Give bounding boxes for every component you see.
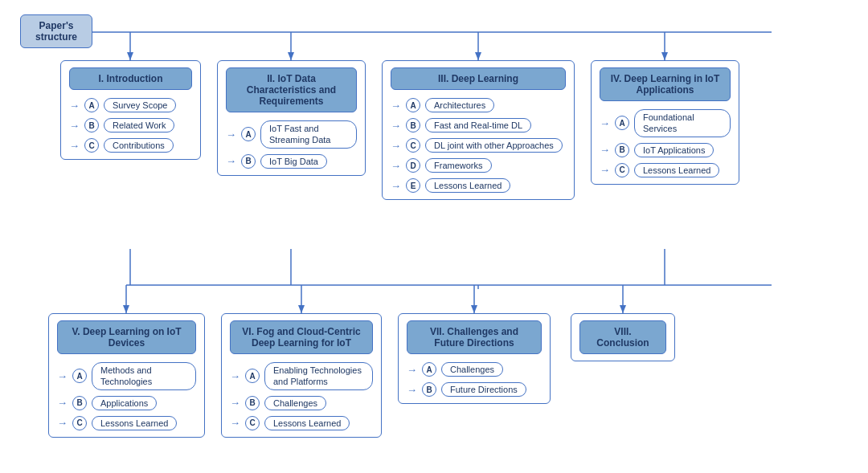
list-item: → C Lessons Learned bbox=[600, 163, 731, 177]
item-label: IoT Applications bbox=[634, 143, 714, 157]
item-label: Related Work bbox=[104, 118, 174, 133]
item-label: Lessons Learned bbox=[92, 416, 177, 430]
arrow-icon: → bbox=[69, 140, 80, 152]
item-label: Future Directions bbox=[441, 382, 526, 397]
item-label: IoT Big Data bbox=[260, 154, 327, 169]
arrow-icon: → bbox=[407, 384, 417, 396]
section-dl-iot-header: IV. Deep Learning in IoT Applications bbox=[600, 67, 731, 101]
arrow-icon: → bbox=[230, 397, 240, 409]
list-item: → A Methods and Technologies bbox=[57, 362, 196, 390]
badge-a: A bbox=[422, 362, 436, 377]
section-fog-cloud: VI. Fog and Cloud-Centric Deep Learning … bbox=[221, 313, 382, 438]
list-item: → B IoT Big Data bbox=[226, 154, 357, 169]
arrow-icon: → bbox=[226, 128, 236, 141]
section-iot-data: II. IoT Data Characteristics and Require… bbox=[217, 60, 366, 176]
badge-b: B bbox=[245, 396, 260, 410]
badge-c: C bbox=[406, 138, 420, 153]
item-label: Lessons Learned bbox=[425, 178, 510, 193]
section-dl-devices: V. Deep Learning on IoT Devices → A Meth… bbox=[48, 313, 205, 438]
badge-b: B bbox=[422, 382, 436, 397]
section-deep-learning: III. Deep Learning → A Architectures → B… bbox=[382, 60, 575, 200]
arrow-icon: → bbox=[226, 155, 236, 167]
list-item: → C Contributions bbox=[69, 138, 192, 153]
list-item: → B Related Work bbox=[69, 118, 192, 133]
svg-marker-17 bbox=[661, 52, 668, 60]
badge-a: A bbox=[406, 98, 420, 112]
arrow-icon: → bbox=[69, 100, 80, 112]
badge-c: C bbox=[72, 416, 87, 430]
arrow-icon: → bbox=[407, 364, 417, 376]
papers-structure-label: Paper's structure bbox=[35, 20, 77, 43]
section-dl-header: III. Deep Learning bbox=[391, 67, 566, 90]
item-label: Survey Scope bbox=[104, 98, 176, 112]
intro-items: → A Survey Scope → B Related Work → C Co… bbox=[69, 98, 192, 153]
badge-b: B bbox=[84, 118, 99, 133]
arrow-icon: → bbox=[600, 117, 610, 129]
list-item: → A Architectures bbox=[391, 98, 566, 112]
item-label: Challenges bbox=[264, 396, 326, 410]
list-item: → C DL joint with other Approaches bbox=[391, 138, 566, 153]
dl-items: → A Architectures → B Fast and Real-time… bbox=[391, 98, 566, 193]
item-label: Frameworks bbox=[425, 158, 492, 173]
papers-structure-box: Paper's structure bbox=[20, 14, 92, 48]
item-label: Fast and Real-time DL bbox=[425, 118, 531, 133]
badge-a: A bbox=[241, 127, 256, 141]
list-item: → D Frameworks bbox=[391, 158, 566, 173]
badge-a: A bbox=[615, 116, 629, 130]
svg-marker-21 bbox=[620, 305, 626, 313]
arrow-icon: → bbox=[391, 120, 401, 132]
badge-a: A bbox=[245, 369, 260, 383]
list-item: → B Challenges bbox=[230, 396, 373, 410]
arrow-icon: → bbox=[391, 180, 401, 192]
item-label: Challenges bbox=[441, 362, 503, 377]
item-label: DL joint with other Approaches bbox=[425, 138, 563, 153]
badge-c: C bbox=[245, 416, 260, 430]
badge-c: C bbox=[615, 163, 629, 177]
arrow-icon: → bbox=[230, 370, 240, 382]
arrow-icon: → bbox=[230, 417, 240, 429]
list-item: → B IoT Applications bbox=[600, 143, 731, 157]
list-item: → A Foundational Services bbox=[600, 109, 731, 137]
item-label: IoT Fast and Streaming Data bbox=[260, 120, 357, 149]
section-challenges: VII. Challenges and Future Directions → … bbox=[398, 313, 551, 404]
list-item: → C Lessons Learned bbox=[57, 416, 196, 430]
badge-d: D bbox=[406, 158, 420, 173]
svg-marker-16 bbox=[475, 52, 481, 60]
arrow-icon: → bbox=[391, 160, 401, 172]
badge-b: B bbox=[406, 118, 420, 133]
badge-b: B bbox=[72, 396, 87, 410]
list-item: → E Lessons Learned bbox=[391, 178, 566, 193]
list-item: → B Future Directions bbox=[407, 382, 542, 397]
svg-marker-19 bbox=[298, 305, 305, 313]
arrow-icon: → bbox=[57, 397, 68, 409]
badge-a: A bbox=[84, 98, 99, 112]
arrow-icon: → bbox=[57, 417, 68, 429]
section-dl-iot: IV. Deep Learning in IoT Applications → … bbox=[591, 60, 739, 185]
badge-b: B bbox=[615, 143, 629, 157]
section-iot-data-header: II. IoT Data Characteristics and Require… bbox=[226, 67, 357, 112]
item-label: Methods and Technologies bbox=[92, 362, 196, 390]
list-item: → A IoT Fast and Streaming Data bbox=[226, 120, 357, 149]
arrow-icon: → bbox=[600, 144, 610, 156]
fog-cloud-items: → A Enabling Technologies and Platforms … bbox=[230, 362, 373, 430]
dl-iot-items: → A Foundational Services → B IoT Applic… bbox=[600, 109, 731, 177]
item-label: Lessons Learned bbox=[634, 163, 719, 177]
dl-devices-items: → A Methods and Technologies → B Applica… bbox=[57, 362, 196, 430]
badge-b: B bbox=[241, 154, 256, 169]
list-item: → B Applications bbox=[57, 396, 196, 410]
section-challenges-header: VII. Challenges and Future Directions bbox=[407, 320, 542, 354]
arrow-icon: → bbox=[391, 100, 401, 112]
section-dl-devices-header: V. Deep Learning on IoT Devices bbox=[57, 320, 196, 354]
list-item: → A Enabling Technologies and Platforms bbox=[230, 362, 373, 390]
list-item: → A Challenges bbox=[407, 362, 542, 377]
arrow-icon: → bbox=[69, 120, 80, 132]
section-conclusion: VIII. Conclusion bbox=[571, 313, 675, 361]
item-label: Lessons Learned bbox=[264, 416, 350, 430]
badge-a: A bbox=[72, 369, 87, 383]
item-label: Architectures bbox=[425, 98, 494, 112]
arrow-icon: → bbox=[57, 370, 68, 382]
item-label: Enabling Technologies and Platforms bbox=[264, 362, 373, 390]
item-label: Contributions bbox=[104, 138, 174, 153]
item-label: Applications bbox=[92, 396, 157, 410]
list-item: → B Fast and Real-time DL bbox=[391, 118, 566, 133]
